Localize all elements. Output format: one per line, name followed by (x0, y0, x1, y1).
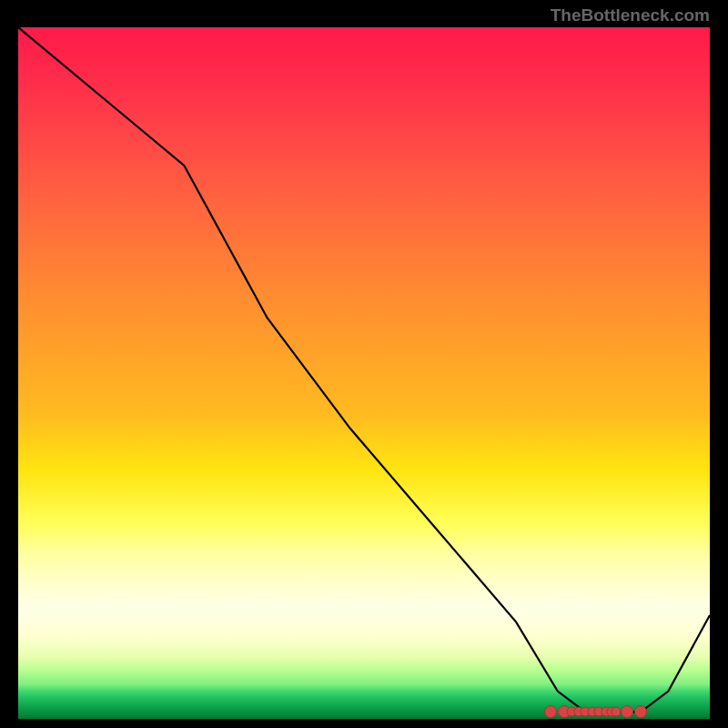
data-marker (621, 705, 633, 718)
data-marker (634, 705, 647, 718)
data-marker (544, 705, 557, 718)
plot-area (18, 27, 710, 719)
watermark: TheBottleneck.com (551, 5, 710, 25)
chart-line (18, 27, 710, 719)
